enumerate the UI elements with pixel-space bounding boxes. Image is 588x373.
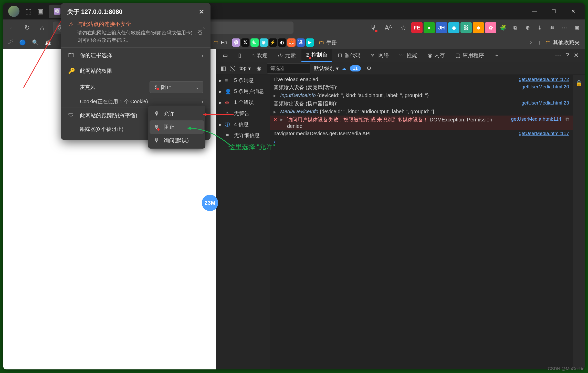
devtools-panel: ▭ ▯ ⌂ 欢迎 ‹/› 元素 ⎚ 控制台 ⊡ 源代码 ᯤ 网络 〰 性能 ◉ … [216, 49, 585, 369]
workspaces-icon[interactable]: ⬚ [23, 5, 34, 17]
extension-icon[interactable]: ≋ [547, 22, 558, 33]
tab-console[interactable]: ⎚ 控制台 [301, 49, 332, 62]
bookmarks-overflow-icon[interactable]: › [525, 39, 537, 46]
close-button[interactable]: ✕ [563, 5, 583, 17]
extension-icon[interactable]: ✿ [485, 22, 496, 33]
bookmark-icon[interactable]: ⚡ [269, 38, 277, 47]
extension-icon[interactable]: 🧩 [497, 22, 509, 33]
minimize-button[interactable]: — [524, 5, 544, 17]
inspect-icon[interactable]: ▭ [218, 49, 233, 62]
permission-mic-icon[interactable]: 🎙 [367, 21, 380, 34]
console-sidebar: ▸≡5 条消息 ▸👤5 条用户消息 ▸⊗1 个错误 ▸⚠无警告 ▸ⓘ4 信息 ▸… [216, 75, 270, 369]
bookmark-icon[interactable]: ▶ [306, 38, 314, 47]
sidebar-errors[interactable]: ▸⊗1 个错误 [216, 97, 270, 108]
tab-performance[interactable]: 〰 性能 [395, 49, 422, 62]
bookmark-folder[interactable]: 🗀En [211, 38, 230, 47]
add-tab-icon[interactable]: ＋ [490, 49, 504, 62]
floating-badge[interactable]: 23M [202, 195, 218, 211]
more-icon[interactable]: ⋯ [555, 52, 561, 59]
copy-icon[interactable]: ⧉ [565, 116, 569, 122]
popup-title: 关于 127.0.0.1:8080✕ [61, 3, 211, 20]
bookmark-icon[interactable]: 𝕏 [241, 38, 249, 47]
bookmark-icon[interactable]: 🔵 [17, 38, 28, 47]
log-row-error[interactable]: ⊗▸访问用户媒体设备失败：权限被拒绝 或 未识别到多媒体设备！ DOMExcep… [270, 116, 573, 130]
tab-application[interactable]: ▢ 应用程序 [451, 49, 489, 62]
extension-icon[interactable]: ● [424, 22, 435, 33]
tab-elements[interactable]: ‹/› 元素 [273, 49, 300, 62]
issues-badge[interactable]: 11 [350, 65, 361, 71]
favorite-icon[interactable]: ☆ [396, 21, 410, 34]
dropdown-block[interactable]: 🎙阻止 [150, 120, 204, 134]
devtools-tabs: ▭ ▯ ⌂ 欢迎 ‹/› 元素 ⎚ 控制台 ⊡ 源代码 ᯤ 网络 〰 性能 ◉ … [216, 49, 585, 62]
lock-icon[interactable]: 🔒 [575, 77, 582, 89]
back-button[interactable]: ← [6, 21, 19, 34]
sidebar-user[interactable]: ▸👤5 条用户消息 [216, 86, 270, 97]
tab-sources[interactable]: ⊡ 源代码 [333, 49, 365, 62]
log-row[interactable]: Live reload enabled.getUserMedia.html:17… [270, 76, 573, 83]
extension-icon[interactable]: ⛓ [460, 22, 472, 33]
sidebar-toggle-icon[interactable]: ◧ [219, 64, 228, 73]
dropdown-allow[interactable]: 🎙允许 [150, 107, 204, 120]
browser-window: ⬚ ▣ 穆 Document ✕ ＋ — ☐ ✕ ← ↻ ⌂ ⓘ 127.0.0… [3, 3, 585, 369]
extension-icon[interactable]: ⊕ [522, 22, 533, 33]
bookmark-icon[interactable]: ☄ [6, 38, 16, 47]
bookmark-icon[interactable]: ◐ [278, 38, 286, 47]
extension-icon[interactable]: ⧉ [510, 22, 521, 33]
log-row[interactable]: 音频输出设备 (扬声器|音响):getUserMedia.html:23 [270, 99, 573, 108]
filter-input[interactable]: 筛选器 [267, 63, 310, 74]
clear-console-icon[interactable]: ⃠ [232, 64, 236, 73]
log-row[interactable]: navigator.mediaDevices.getUserMedia APIg… [270, 130, 573, 137]
certificate-row[interactable]: 🗔你的证书选择› [61, 47, 211, 63]
dropdown-ask[interactable]: 🎙询问(默认) [150, 134, 204, 147]
watermark: CSDN @MuGuiLin [548, 366, 584, 371]
tab-actions-icon[interactable]: ▣ [34, 5, 46, 17]
tab-welcome[interactable]: ⌂ 欢迎 [247, 49, 272, 62]
device-mode-icon[interactable]: ▯ [234, 49, 246, 62]
extension-icon[interactable]: ⭳ [534, 22, 545, 33]
refresh-button[interactable]: ↻ [20, 21, 34, 34]
sidebar-warnings[interactable]: ▸⚠无警告 [216, 108, 270, 119]
tab-network[interactable]: ᯤ 网络 [366, 49, 394, 62]
popup-close-icon[interactable]: ✕ [199, 8, 204, 16]
extension-icon[interactable]: ◆ [448, 22, 459, 33]
bookmark-icon[interactable]: 穆 [232, 38, 240, 47]
mic-permission-select[interactable]: 🎙阻止⌄ [150, 81, 203, 93]
bookmark-icon[interactable]: ◉ [260, 38, 268, 47]
extension-icon[interactable]: JH [436, 22, 447, 33]
bookmark-icon[interactable]: 🦊 [287, 38, 296, 47]
bookmark-manual[interactable]: 🗀手册 [316, 38, 340, 47]
log-row[interactable]: ▸MediaDeviceInfo {deviceId: '', kind: 'a… [270, 108, 573, 116]
bookmark-icon[interactable]: ☕ [42, 38, 54, 47]
profile-avatar[interactable] [8, 6, 19, 17]
settings-icon[interactable]: ⚙ [364, 64, 374, 73]
maximize-button[interactable]: ☐ [544, 5, 563, 17]
extension-icon[interactable]: ▣ [571, 22, 582, 33]
bookmark-icon[interactable]: 🔍 [29, 38, 41, 47]
live-expression-icon[interactable]: ◉ [254, 64, 263, 73]
permissions-header: 🔑此网站的权限 [61, 63, 211, 79]
sidebar-messages[interactable]: ▸≡5 条消息 [216, 75, 270, 86]
sidebar-info[interactable]: ▸ⓘ4 信息 [216, 119, 270, 130]
extension-icon[interactable]: ☻ [473, 22, 484, 33]
security-warning[interactable]: 与此站点的连接不安全 请勿在此网站上输入任何敏感信息(例如密码或信用卡)，否则可… [61, 20, 211, 47]
help-icon[interactable]: ? [566, 52, 569, 59]
console-prompt[interactable]: › [270, 137, 573, 146]
permission-dropdown: 🎙允许 🎙阻止 🎙询问(默认) [148, 106, 205, 149]
extension-icon[interactable]: FE [411, 22, 423, 33]
log-row[interactable]: ▸InputDeviceInfo {deviceId: '', kind: 'a… [270, 92, 573, 99]
home-button[interactable]: ⌂ [35, 21, 49, 34]
devtools-close-icon[interactable]: ✕ [574, 52, 579, 59]
log-row[interactable]: 音频输入设备 (麦克风|话筒):getUserMedia.html:20 [270, 83, 573, 92]
other-bookmarks[interactable]: 🗀其他收藏夹 [543, 38, 582, 47]
scope-select[interactable]: top ▾ [239, 65, 251, 71]
bookmark-icon[interactable]: 知 [250, 38, 259, 47]
tab-memory[interactable]: ◉ 内存 [423, 49, 450, 62]
annotation-text: 这里选择 "允许" [228, 142, 275, 151]
read-aloud-icon[interactable]: Aᴬ [382, 21, 395, 34]
sidebar-verbose[interactable]: ▸⚑无详细信息 [216, 130, 270, 141]
bookmark-icon[interactable]: 译 [297, 38, 305, 47]
window-controls: — ☐ ✕ [524, 5, 583, 17]
extension-icon[interactable]: ⋯ [559, 22, 570, 33]
log-level-select[interactable]: 默认级别 ▾ [314, 65, 339, 72]
devtools-right-rail: 🔒 [573, 75, 585, 369]
